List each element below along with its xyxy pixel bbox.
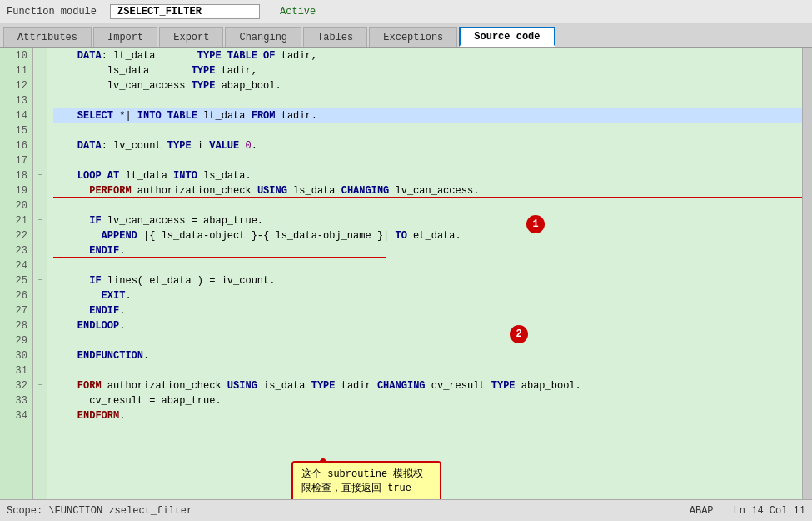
tab-import[interactable]: Import — [93, 27, 157, 47]
code-line-21: IF lv_can_access = abap_true. — [53, 213, 802, 228]
module-name: ZSELECT_FILTER — [110, 4, 260, 19]
code-line-18: LOOP AT lt_data INTO ls_data. — [53, 168, 802, 183]
code-line-16: DATA: lv_count TYPE i VALUE 0. — [53, 138, 802, 153]
code-line-12: lv_can_access TYPE abap_bool. — [53, 78, 802, 93]
code-line-11: ls_data TYPE tadir, — [53, 63, 802, 78]
tab-exceptions[interactable]: Exceptions — [369, 27, 457, 47]
tab-changing[interactable]: Changing — [225, 27, 301, 47]
code-line-33: cv_result = abap_true. — [53, 393, 802, 408]
code-line-24 — [53, 258, 802, 273]
lang-label: ABAP — [690, 505, 714, 517]
position-label: Ln 14 Col 11 — [734, 505, 805, 517]
top-bar: Function module ZSELECT_FILTER Active — [0, 0, 812, 23]
callout-text: 这个 subroutine 模拟权限检查，直接返回 true — [301, 468, 423, 494]
code-line-32: FORM authorization_check USING is_data T… — [53, 378, 802, 393]
status-bar-right: ABAP Ln 14 Col 11 — [690, 505, 805, 517]
code-line-34: ENDFORM. — [53, 408, 802, 423]
module-status: Active — [280, 6, 316, 18]
code-line-17 — [53, 153, 802, 168]
fold-column: ⁻ ⁻ ⁻ ⁻ — [33, 48, 47, 499]
annotation-2: 2 — [510, 325, 528, 343]
code-line-28: ENDLOOP. — [53, 318, 802, 333]
code-line-20 — [53, 198, 802, 213]
tab-export[interactable]: Export — [159, 27, 223, 47]
module-label: Function module — [7, 6, 97, 18]
code-content[interactable]: DATA: lt_data TYPE TABLE OF tadir, ls_da… — [47, 48, 802, 499]
editor-area: 10 11 12 13 14 15 16 17 18 19 20 21 22 2… — [0, 48, 812, 499]
line-numbers: 10 11 12 13 14 15 16 17 18 19 20 21 22 2… — [0, 48, 33, 499]
code-line-13 — [53, 93, 802, 108]
tab-source-code[interactable]: Source code — [459, 27, 555, 47]
tab-bar: Attributes Import Export Changing Tables… — [0, 23, 812, 48]
status-bar: Scope: \FUNCTION zselect_filter ABAP Ln … — [0, 499, 812, 521]
tab-tables[interactable]: Tables — [303, 27, 367, 47]
code-line-27: ENDIF. — [53, 303, 802, 318]
code-line-26: EXIT. — [53, 288, 802, 303]
annotation-1: 1 — [526, 215, 545, 233]
code-line-23: ENDIF. — [53, 243, 802, 258]
code-line-15 — [53, 123, 802, 138]
code-line-25: IF lines( et_data ) = iv_count. — [53, 273, 802, 288]
scope-label: Scope: \FUNCTION zselect_filter — [7, 505, 192, 517]
tab-attributes[interactable]: Attributes — [3, 27, 92, 47]
code-line-22: APPEND |{ ls_data-object }-{ ls_data-obj… — [53, 228, 802, 243]
code-line-30: ENDFUNCTION. — [53, 348, 802, 363]
code-line-10: DATA: lt_data TYPE TABLE OF tadir, — [53, 48, 802, 63]
code-line-14: SELECT *| INTO TABLE lt_data FROM tadir. — [53, 108, 802, 123]
code-line-29 — [53, 333, 802, 348]
code-line-31 — [53, 363, 802, 378]
callout-tooltip: 这个 subroutine 模拟权限检查，直接返回 true — [291, 461, 441, 499]
scrollbar-vertical[interactable] — [802, 48, 812, 499]
code-line-19: PERFORM authorization_check USING ls_dat… — [53, 183, 802, 198]
